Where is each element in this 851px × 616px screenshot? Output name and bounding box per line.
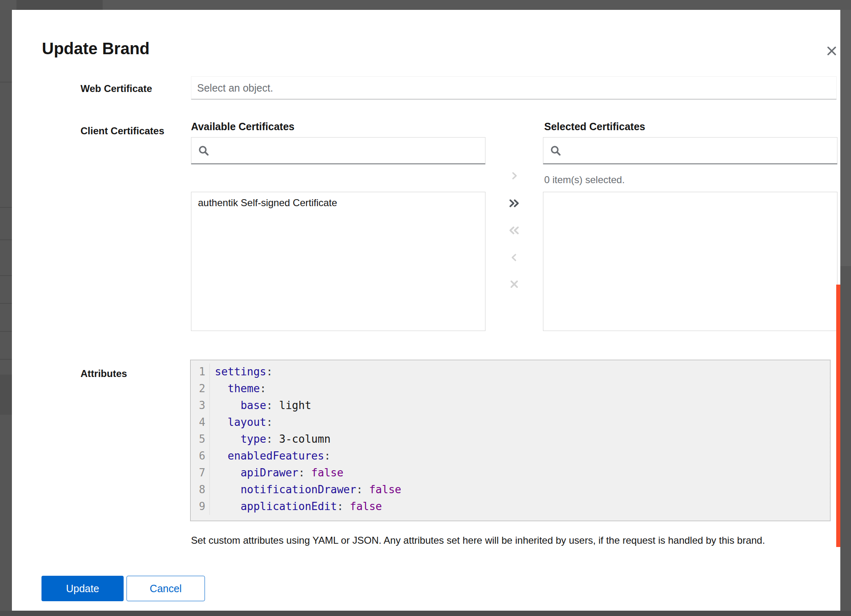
code-line: 9 applicationEdit: false — [191, 498, 830, 515]
backdrop-divider — [0, 82, 12, 83]
code-line: 1settings: — [191, 363, 830, 380]
backdrop-divider — [0, 239, 12, 240]
angle-left-icon — [509, 253, 519, 262]
backdrop-right-lower — [840, 266, 851, 611]
selected-certificates-list[interactable] — [543, 192, 837, 331]
line-number: 7 — [191, 464, 210, 481]
selected-search-box — [543, 137, 837, 164]
code-text: base: light — [210, 397, 311, 414]
available-certificates-heading: Available Certificates — [191, 121, 294, 133]
close-icon — [826, 45, 838, 57]
backdrop-divider — [0, 275, 12, 276]
line-number: 5 — [191, 431, 210, 448]
accent-bar — [836, 285, 840, 547]
line-number: 1 — [191, 363, 210, 380]
selected-search-input[interactable] — [561, 138, 837, 163]
available-search-box — [191, 137, 485, 164]
line-number: 8 — [191, 481, 210, 498]
selected-count-status: 0 item(s) selected. — [544, 174, 625, 186]
code-line: 3 base: light — [191, 397, 830, 414]
move-all-right-button[interactable] — [505, 194, 523, 212]
backdrop-divider — [0, 359, 12, 360]
line-number: 3 — [191, 397, 210, 414]
line-number: 2 — [191, 380, 210, 397]
code-text: applicationEdit: false — [210, 498, 382, 515]
cross-icon — [509, 279, 520, 290]
available-search-input[interactable] — [209, 138, 485, 163]
move-selected-right-button[interactable] — [505, 167, 523, 185]
screen: Update Brand Web Certificate Client Cert… — [0, 0, 851, 616]
line-number: 6 — [191, 448, 210, 464]
code-text: settings: — [210, 363, 273, 380]
attributes-code-editor[interactable]: 1settings:2 theme:3 base: light4 layout:… — [190, 360, 830, 521]
backdrop-bottom — [0, 611, 851, 616]
certificate-list-item[interactable]: authentik Self-signed Certificate — [191, 192, 485, 214]
backdrop-right-upper — [840, 10, 851, 266]
backdrop-top — [0, 0, 851, 10]
backdrop-top-block — [16, 0, 103, 10]
angle-right-icon — [509, 171, 519, 181]
backdrop-divider — [0, 331, 12, 332]
backdrop-divider — [0, 207, 12, 208]
backdrop-left-band — [0, 375, 12, 415]
line-number: 9 — [191, 498, 210, 515]
angle-double-right-icon — [508, 198, 520, 209]
attributes-help-text: Set custom attributes using YAML or JSON… — [191, 534, 832, 547]
code-text: notificationDrawer: false — [210, 481, 401, 498]
code-line: 8 notificationDrawer: false — [191, 481, 830, 498]
selected-certificates-heading: Selected Certificates — [544, 121, 645, 133]
cancel-button[interactable]: Cancel — [126, 576, 205, 601]
code-text: type: 3-column — [210, 431, 331, 448]
code-line: 4 layout: — [191, 414, 830, 431]
line-number: 4 — [191, 414, 210, 431]
move-selected-left-button[interactable] — [505, 248, 523, 267]
close-button[interactable] — [822, 41, 842, 61]
web-certificate-label: Web Certificate — [80, 83, 152, 94]
update-brand-modal: Update Brand Web Certificate Client Cert… — [12, 10, 840, 611]
backdrop-divider — [0, 303, 12, 304]
modal-title: Update Brand — [42, 39, 150, 57]
attributes-label: Attributes — [80, 368, 127, 379]
code-text: apiDrawer: false — [210, 464, 343, 481]
code-line: 5 type: 3-column — [191, 431, 830, 448]
code-line: 6 enabledFeatures: — [191, 448, 830, 464]
client-certificates-label: Client Certificates — [80, 125, 164, 137]
search-icon — [198, 145, 209, 156]
backdrop-left — [0, 10, 12, 611]
angle-double-left-icon — [508, 225, 520, 236]
search-icon — [550, 145, 561, 156]
code-line: 2 theme: — [191, 380, 830, 397]
clear-selection-button[interactable] — [505, 275, 523, 293]
update-button[interactable]: Update — [41, 576, 124, 601]
available-certificates-list[interactable]: authentik Self-signed Certificate — [191, 192, 485, 331]
code-line: 7 apiDrawer: false — [191, 464, 830, 481]
code-text: layout: — [210, 414, 273, 431]
move-all-left-button[interactable] — [505, 221, 523, 239]
code-text: enabledFeatures: — [210, 448, 331, 464]
web-certificate-select[interactable] — [191, 76, 837, 99]
code-text: theme: — [210, 380, 266, 397]
